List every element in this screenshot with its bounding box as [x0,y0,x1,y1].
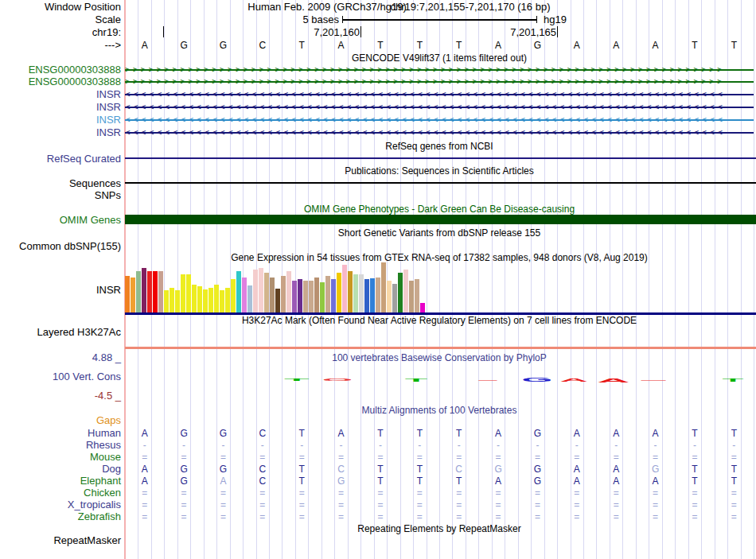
multiz-cell: A [569,429,585,438]
scale-bar [342,19,537,21]
gtex-bar [259,268,263,312]
multiz-cell: = [569,500,585,510]
base-letter: T [687,41,703,50]
sequences-label: Sequences [0,178,121,188]
multiz-cell: C [255,429,271,438]
ruler-tick [557,26,558,37]
h3k27ac-track[interactable] [125,347,756,349]
multiz-cell: = [294,488,310,498]
multiz-cell: A [490,476,506,486]
multiz-cell: C [255,476,271,486]
gtex-gene-label: INSR [0,285,121,295]
gtex-bar [125,276,130,312]
window-position-label: Window Position [0,2,121,12]
gtex-bar [281,276,286,312]
multiz-cell: = [608,488,624,498]
base-letter: T [451,41,467,50]
multiz-cell: - [255,441,271,450]
multiz-cell: T [451,476,467,486]
multiz-cell: C [451,464,467,474]
gtex-bar [164,290,169,312]
genome-version: hg19 [544,14,567,25]
multiz-cell: = [411,452,427,462]
multiz-cell: = [372,500,388,510]
gene-row-strand-arrows: <<<<<<<<<<<<<<<<<<<<<<<<<<<<<<<<<<<<<<<<… [125,128,752,138]
conservation-glyph: — [641,378,665,382]
track-title-gtex: Gene Expression in 54 tissues from GTEx … [125,253,754,262]
multiz-cell: - [372,441,388,450]
base-letter: A [490,41,506,50]
base-letter: T [294,41,310,50]
multiz-species-label: Chicken [0,487,121,498]
gene-row-strand-arrows: <<<<<<<<<<<<<<<<<<<<<<<<<<<<<<<<<<<<<<<<… [125,115,752,125]
multiz-cell: C [333,464,349,474]
track-title-multiz: Multiz Alignments of 100 Vertebrates [125,406,754,415]
chromosome-label: chr19: [0,27,121,37]
multiz-cell: G [176,429,192,438]
multiz-cell: = [726,500,742,510]
gtex-bar [292,281,297,312]
multiz-cell: A [137,429,153,438]
refseq-curated-label: RefSeq Curated [0,153,121,164]
multiz-cell: = [411,488,427,498]
sequences-track[interactable] [125,182,756,184]
multiz-cell: G [176,464,192,474]
omim-gene-bar[interactable] [125,215,756,224]
gtex-bar [264,273,269,312]
multiz-cell: = [529,500,545,510]
multiz-cell: T [687,429,703,438]
multiz-cell: = [529,452,545,462]
base-letter: T [372,41,388,50]
multiz-cell: = [333,452,349,462]
gtex-bar [181,274,185,312]
gaps-row-label: Gaps [0,415,121,425]
multiz-cell: G [529,464,545,474]
gtex-bar [331,279,336,312]
gene-row-strand-arrows: >>>>>>>>>>>>>>>>>>>>>>>>>>>>>>>>>>>>>>>>… [125,77,752,87]
multiz-cell: - [569,441,585,450]
multiz-cell: A [608,429,624,438]
multiz-species-label: Zebrafish [0,511,121,522]
multiz-cell: = [648,512,664,522]
gtex-bar [197,286,202,312]
multiz-cell: = [372,488,388,498]
multiz-cell: A [490,429,506,438]
multiz-cell: = [372,512,388,522]
multiz-cell: = [451,452,467,462]
gene-row-label: ENSG00000303888 [0,76,121,87]
multiz-cell: = [726,488,742,498]
window-coordinates: chr19:7,201,155-7,201,170 (16 bp) [351,2,590,12]
multiz-cell: = [137,488,153,498]
gtex-bar [153,271,158,312]
strand-direction-label: ---> [0,40,121,50]
multiz-cell: = [687,452,703,462]
multiz-cell: G [215,464,231,474]
gtex-bar [203,289,208,312]
multiz-cell: = [215,512,231,522]
multiz-cell: = [176,452,192,462]
multiz-cell: - [490,441,506,450]
scale-label: Scale [0,14,121,25]
refseq-curated-track[interactable] [125,157,756,159]
multiz-cell: T [372,476,388,486]
common-dbsnp-label: Common dbSNP(155) [0,241,121,251]
multiz-cell: = [176,500,192,510]
multiz-cell: A [608,476,624,486]
multiz-cell: = [255,500,271,510]
multiz-cell: G [648,464,664,474]
multiz-cell: = [451,500,467,510]
multiz-cell: = [726,452,742,462]
multiz-cell: - [294,441,310,450]
base-letter: G [215,41,231,50]
gtex-bar [409,281,414,312]
ruler-tick-label: 7,201,165 [477,27,556,37]
multiz-cell: A [608,464,624,474]
repeatmasker-label: RepeatMasker [0,535,121,545]
multiz-cell: T [294,429,310,438]
multiz-cell: = [215,488,231,498]
gene-row-label: INSR [0,102,121,112]
multiz-cell: = [333,488,349,498]
gtex-bar [309,281,314,312]
multiz-cell: A [215,476,231,486]
gtex-bar [303,281,308,312]
